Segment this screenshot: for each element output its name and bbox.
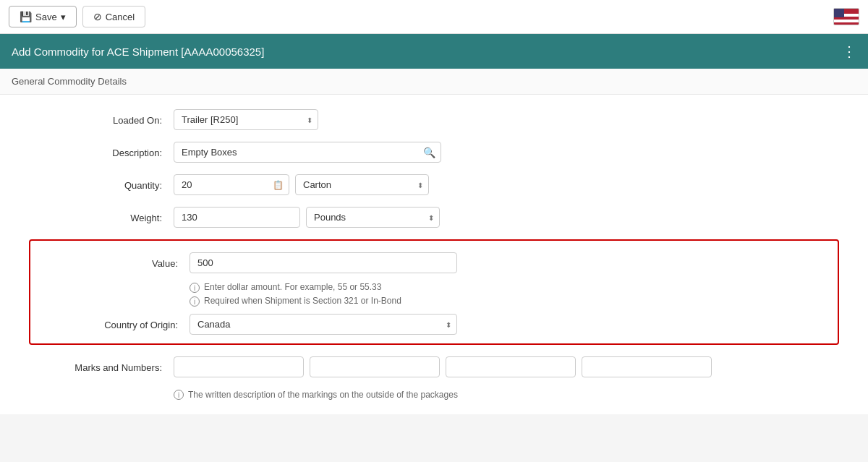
value-hint2-text: Required when Shipment is Section 321 or… <box>204 296 401 306</box>
quantity-label: Quantity: <box>29 174 174 191</box>
flag-us <box>833 8 859 25</box>
more-menu-icon[interactable]: ⋮ <box>842 43 856 60</box>
loaded-on-select[interactable]: Trailer [R250] Container Rail Car <box>174 109 318 130</box>
loaded-on-select-wrap: Trailer [R250] Container Rail Car ⬍ <box>174 109 318 130</box>
loaded-on-row: Loaded On: Trailer [R250] Container Rail… <box>0 109 868 130</box>
marks-hint-row: i The written description of the marking… <box>145 389 868 400</box>
quantity-input-wrap: 📋 <box>174 174 289 195</box>
weight-input[interactable] <box>174 207 300 228</box>
weight-label: Weight: <box>29 207 174 223</box>
cancel-label: Cancel <box>106 12 135 22</box>
marks-hint-text: The written description of the markings … <box>188 390 458 400</box>
country-select-wrap: Canada United States Mexico China ⬍ <box>190 314 457 335</box>
quantity-controls: 📋 Carton Box Pallet Kilogram ⬍ <box>174 174 608 195</box>
description-input[interactable] <box>174 142 441 163</box>
quantity-input[interactable] <box>174 174 289 195</box>
description-controls: 🔍 <box>174 142 608 163</box>
marks-label: Marks and Numbers: <box>29 356 174 373</box>
country-controls: Canada United States Mexico China ⬍ <box>190 314 624 335</box>
marks-hint-icon: i <box>174 390 184 400</box>
weight-unit-select[interactable]: Pounds Kilograms <box>306 207 440 228</box>
value-hint1-text: Enter dollar amount. For example, 55 or … <box>204 282 381 292</box>
value-row: Value: <box>30 252 838 273</box>
quantity-unit-select[interactable]: Carton Box Pallet Kilogram <box>295 174 429 195</box>
value-controls <box>190 252 624 273</box>
save-chevron: ▾ <box>61 12 66 22</box>
save-icon: 💾 <box>20 11 32 22</box>
quantity-row: Quantity: 📋 Carton Box Pallet Kilogram ⬍ <box>0 174 868 195</box>
loaded-on-controls: Trailer [R250] Container Rail Car ⬍ <box>174 109 608 130</box>
description-wrap: 🔍 <box>174 142 441 163</box>
toolbar-actions: 💾 Save ▾ ⊘ Cancel <box>9 6 145 27</box>
save-label: Save <box>35 12 57 22</box>
marks-input-4[interactable] <box>582 356 712 377</box>
quantity-unit-wrap: Carton Box Pallet Kilogram ⬍ <box>295 174 429 195</box>
description-label: Description: <box>29 142 174 158</box>
form-area: Loaded On: Trailer [R250] Container Rail… <box>0 95 868 414</box>
marks-input-2[interactable] <box>310 356 440 377</box>
marks-controls <box>174 356 608 377</box>
value-hint1-row: i Enter dollar amount. For example, 55 o… <box>175 282 838 293</box>
marks-input-1[interactable] <box>174 356 304 377</box>
weight-controls: Pounds Kilograms ⬍ <box>174 207 608 228</box>
section-title: General Commodity Details <box>0 69 868 95</box>
page-title: Add Commodity for ACE Shipment [AAAA0005… <box>12 46 264 58</box>
toolbar: 💾 Save ▾ ⊘ Cancel <box>0 0 868 34</box>
value-hint2-row: i Required when Shipment is Section 321 … <box>175 296 838 307</box>
weight-row: Weight: Pounds Kilograms ⬍ <box>0 207 868 228</box>
marks-row: Marks and Numbers: <box>0 356 868 377</box>
value-hint1-icon: i <box>190 283 200 293</box>
value-hint2-icon: i <box>190 296 200 307</box>
marks-input-3[interactable] <box>446 356 576 377</box>
value-input[interactable] <box>190 252 457 273</box>
page-header: Add Commodity for ACE Shipment [AAAA0005… <box>0 34 868 69</box>
cancel-icon: ⊘ <box>93 11 102 22</box>
highlighted-section: Value: i Enter dollar amount. For exampl… <box>29 239 839 345</box>
save-button[interactable]: 💾 Save ▾ <box>9 6 77 27</box>
weight-unit-wrap: Pounds Kilograms ⬍ <box>306 207 440 228</box>
country-label: Country of Origin: <box>45 314 190 330</box>
value-label: Value: <box>45 252 190 269</box>
cancel-button[interactable]: ⊘ Cancel <box>82 6 145 27</box>
country-row: Country of Origin: Canada United States … <box>30 314 838 335</box>
description-row: Description: 🔍 <box>0 142 868 163</box>
country-select[interactable]: Canada United States Mexico China <box>190 314 457 335</box>
loaded-on-label: Loaded On: <box>29 109 174 126</box>
